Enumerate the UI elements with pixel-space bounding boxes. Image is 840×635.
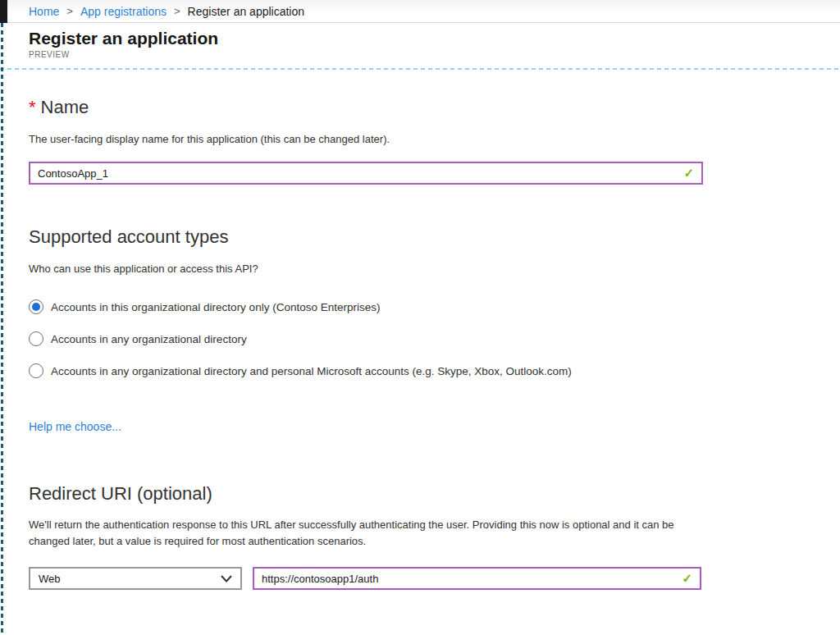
radio-dot — [32, 335, 40, 343]
redirect-uri-description: We'll return the authentication response… — [29, 517, 697, 550]
platform-type-select[interactable]: Web — [29, 567, 242, 590]
redirect-uri-value[interactable]: https://contosoapp1/auth — [262, 573, 682, 585]
page-title: Register an application — [29, 29, 840, 48]
radio-button-icon[interactable] — [29, 363, 43, 378]
radio-option-label[interactable]: Accounts in this organizational director… — [51, 301, 380, 313]
blade-top-dashed-divider — [0, 68, 840, 70]
account-types-question: Who can use this application or access t… — [29, 262, 811, 276]
radio-option-any-directory[interactable]: Accounts in any organizational directory — [29, 331, 811, 346]
radio-button-icon[interactable] — [29, 331, 43, 346]
required-asterisk: * — [29, 97, 36, 117]
app-name-value[interactable]: ContosoApp_1 — [38, 167, 683, 180]
radio-option-this-directory-only[interactable]: Accounts in this organizational director… — [29, 299, 811, 314]
breadcrumb-current-page: Register an application — [188, 5, 304, 18]
redirect-uri-row: Web https://contosoapp1/auth ✓ — [29, 567, 811, 590]
valid-checkmark-icon: ✓ — [683, 166, 694, 180]
radio-option-any-directory-and-personal[interactable]: Accounts in any organizational directory… — [29, 363, 811, 378]
name-section-heading: *Name — [29, 97, 811, 118]
breadcrumb-home-link[interactable]: Home — [29, 5, 59, 18]
platform-type-value[interactable]: Web — [39, 573, 221, 585]
app-name-input[interactable]: ContosoApp_1 ✓ — [29, 162, 703, 185]
blade-content: *Name The user-facing display name for t… — [0, 97, 840, 590]
chevron-down-icon — [221, 575, 232, 582]
name-section-description: The user-facing display name for this ap… — [29, 132, 811, 146]
breadcrumb-separator-icon: > — [174, 5, 180, 17]
breadcrumb-app-registrations-link[interactable]: App registrations — [80, 5, 167, 18]
radio-dot — [32, 367, 40, 375]
name-heading-label: Name — [41, 97, 89, 117]
redirect-uri-input[interactable]: https://contosoapp1/auth ✓ — [253, 567, 701, 590]
breadcrumb: Home > App registrations > Register an a… — [0, 0, 840, 23]
radio-option-label[interactable]: Accounts in any organizational directory… — [51, 365, 572, 377]
radio-button-icon[interactable] — [29, 299, 43, 314]
radio-option-label[interactable]: Accounts in any organizational directory — [51, 333, 247, 345]
radio-dot — [32, 303, 40, 311]
blade-header: Register an application PREVIEW — [0, 23, 840, 68]
breadcrumb-separator-icon: > — [66, 5, 73, 17]
redirect-uri-heading: Redirect URI (optional) — [29, 483, 811, 505]
blade-left-dashed-border — [1, 23, 3, 635]
valid-checkmark-icon: ✓ — [682, 571, 692, 586]
account-types-heading: Supported account types — [29, 226, 811, 248]
portal-nav-edge — [0, 0, 7, 23]
account-types-radio-group: Accounts in this organizational director… — [29, 299, 811, 378]
help-me-choose-link[interactable]: Help me choose... — [29, 420, 121, 433]
preview-badge: PREVIEW — [29, 50, 840, 59]
